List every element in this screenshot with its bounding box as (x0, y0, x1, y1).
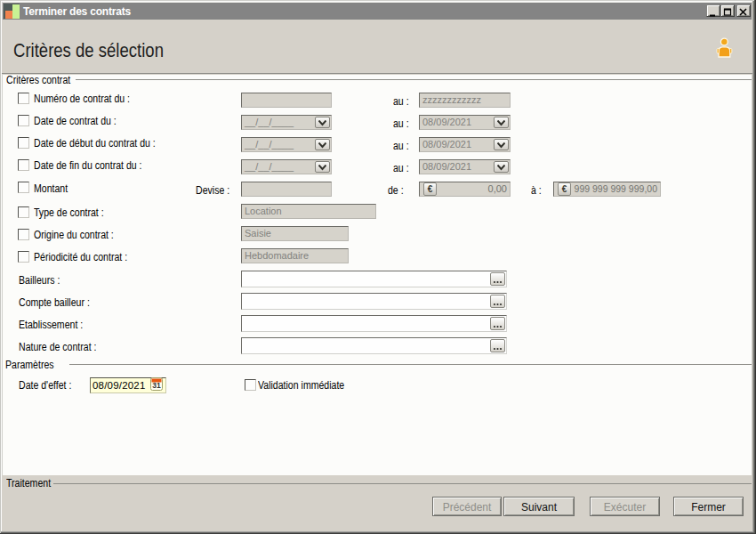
svg-text:31: 31 (152, 381, 161, 390)
